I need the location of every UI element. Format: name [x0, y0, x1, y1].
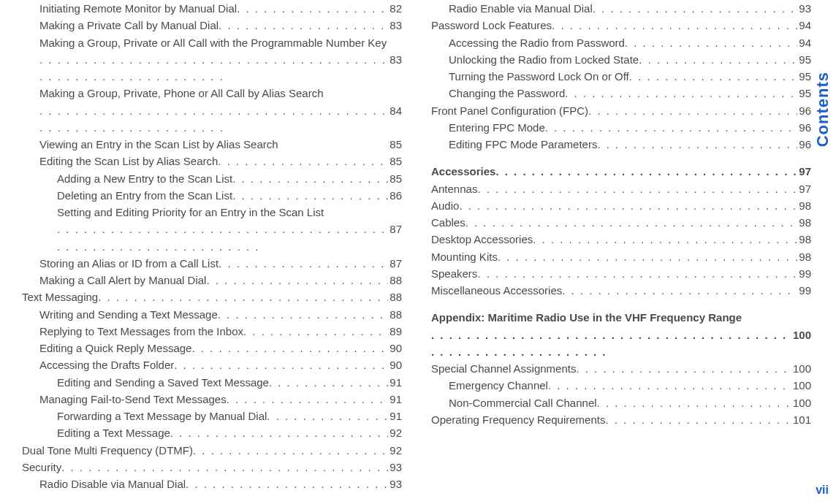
toc-entry-dots	[625, 34, 797, 51]
toc-entry-dots	[576, 360, 791, 377]
toc-entry-dots	[206, 272, 388, 289]
toc-entry-label: Turning the Password Lock On or Off	[449, 68, 629, 85]
toc-entry: Making a Private Call by Manual Dial83	[22, 17, 402, 34]
toc-entry-dots	[562, 282, 797, 299]
toc-entry: Accessories97	[431, 163, 811, 180]
toc-entry-page: 91	[388, 374, 402, 391]
toc-column-left: Initiating Remote Monitor by Manual Dial…	[22, 0, 402, 492]
toc-entry-page: 88	[388, 306, 402, 323]
toc-entry-label: Editing FPC Mode Parameters	[449, 136, 597, 153]
toc-entry-dots	[232, 187, 388, 204]
toc-entry-dots	[98, 289, 388, 305]
toc-entry-label: Cables	[431, 214, 466, 231]
toc-entry-label: Setting and Editing Priority for an Entr…	[57, 204, 324, 221]
toc-entry-dots	[629, 68, 798, 85]
toc-entry-label: Accessories	[431, 163, 495, 180]
toc-entry: Changing the Password95	[431, 85, 811, 102]
toc-entry-label: Forwarding a Text Message by Manual Dial	[57, 408, 267, 424]
toc-entry: Editing FPC Mode Parameters96	[431, 136, 811, 153]
toc-entry-dots	[39, 102, 388, 137]
toc-entry: Cables98	[431, 214, 811, 231]
toc-entry-page: 101	[791, 411, 811, 428]
toc-entry-label: Non-Commercial Call Channel	[449, 394, 597, 411]
toc-entry-page: 92	[388, 442, 402, 459]
page-number: vii	[816, 484, 829, 497]
toc-entry-page: 100	[791, 377, 811, 394]
toc-entry-label: Antennas	[431, 180, 477, 197]
toc-entry-page: 98	[797, 197, 811, 214]
toc-entry-page: 90	[388, 356, 402, 373]
toc-entry: Editing the Scan List by Alias Search85	[22, 153, 402, 169]
toc-entry: Editing a Text Message92	[22, 424, 402, 441]
toc-entry-label: Accessing the Radio from Password	[449, 34, 625, 51]
toc-entry-label: Initiating Remote Monitor by Manual Dial	[39, 0, 237, 17]
toc-entry-label: Accessing the Drafts Folder	[39, 356, 174, 373]
toc-entry: Radio Enable via Manual Dial93	[431, 0, 811, 17]
toc-entry: Accessing the Radio from Password94	[431, 34, 811, 51]
toc-entry-dots	[174, 356, 388, 373]
toc-entry: Deleting an Entry from the Scan List86	[22, 187, 402, 204]
toc-entry-page: 84	[388, 102, 402, 119]
toc-entry: Password Lock Features94	[431, 17, 811, 34]
toc-entry-page: 92	[388, 424, 402, 441]
toc-entry-dots	[477, 265, 797, 282]
toc-entry-dots	[431, 327, 791, 361]
toc-entry-page: 93	[797, 0, 811, 17]
toc-entry-dots	[498, 248, 797, 265]
toc-entry-page: 91	[388, 408, 402, 424]
toc-entry-page: 90	[388, 340, 402, 356]
toc-entry-label: Editing the Scan List by Alias Search	[39, 153, 218, 169]
toc-entry-dots	[459, 197, 797, 214]
toc-entry: Storing an Alias or ID from a Call List8…	[22, 255, 402, 272]
toc-entry: Unlocking the Radio from Locked State95	[431, 51, 811, 68]
toc-entry: Appendix: Maritime Radio Use in the VHF …	[431, 309, 811, 360]
toc-entry-dots	[477, 180, 797, 197]
toc-entry: Viewing an Entry in the Scan List by Ali…	[22, 136, 402, 153]
toc-entry-label: Storing an Alias or ID from a Call List	[39, 255, 218, 272]
toc-entry-label: Radio Disable via Manual Dial	[39, 476, 186, 492]
toc-entry: Operating Frequency Requirements101	[431, 411, 811, 428]
toc-entry-page: 83	[388, 51, 402, 68]
toc-entry-label: Changing the Password	[449, 85, 565, 102]
toc-entry: Front Panel Configuration (FPC)96	[431, 102, 811, 119]
toc-entry-dots	[218, 255, 388, 272]
toc-entry-label: Front Panel Configuration (FPC)	[431, 102, 588, 119]
toc-entry-page: 88	[388, 272, 402, 289]
toc-entry: Speakers99	[431, 265, 811, 282]
toc-entry-page: 82	[388, 0, 402, 17]
toc-entry-page: 87	[388, 255, 402, 272]
toc-entry-dots	[269, 374, 388, 391]
toc-entry-label: Managing Fail-to-Send Text Messages	[39, 391, 227, 408]
toc-entry-label: Editing a Text Message	[57, 424, 170, 441]
toc-entry-page: 93	[388, 459, 402, 476]
toc-entry: Adding a New Entry to the Scan List85	[22, 170, 402, 187]
toc-entry-label: Text Messaging	[22, 289, 98, 305]
toc-entry-dots	[552, 17, 797, 34]
toc-entry: Miscellaneous Accessories99	[431, 282, 811, 299]
toc-entry-label: Making a Private Call by Manual Dial	[39, 17, 218, 34]
toc-entry: Mounting Kits98	[431, 248, 811, 265]
toc-entry-dots	[243, 323, 388, 340]
toc-entry-dots	[218, 153, 388, 169]
toc-entry-dots	[593, 0, 798, 17]
toc-entry-page: 100	[791, 360, 811, 377]
toc-entry-label: Emergency Channel	[449, 377, 548, 394]
toc-entry-page: 89	[388, 323, 402, 340]
toc-entry-dots	[57, 221, 388, 255]
toc-entry: Replying to Text Messages from the Inbox…	[22, 323, 402, 340]
toc-entry-label: Making a Group, Private, Phone or All Ca…	[39, 85, 324, 102]
toc-entry-page: 86	[388, 187, 402, 204]
toc-entry-label: Mounting Kits	[431, 248, 498, 265]
toc-entry-label: Replying to Text Messages from the Inbox	[39, 323, 243, 340]
toc-entry-dots	[218, 306, 389, 323]
toc-entry-label: Adding a New Entry to the Scan List	[57, 170, 232, 187]
toc-entry-dots	[548, 377, 791, 394]
toc-entry-label: Speakers	[431, 265, 477, 282]
toc-entry: Writing and Sending a Text Message88	[22, 306, 402, 323]
toc-entry-dots	[232, 170, 388, 187]
toc-entry-dots	[61, 459, 388, 476]
toc-entry-dots	[639, 51, 797, 68]
toc-entry: Making a Group, Private, Phone or All Ca…	[22, 85, 402, 136]
toc-entry-page: 100	[791, 327, 811, 343]
toc-column-right: Radio Enable via Manual Dial93Password L…	[431, 0, 811, 492]
